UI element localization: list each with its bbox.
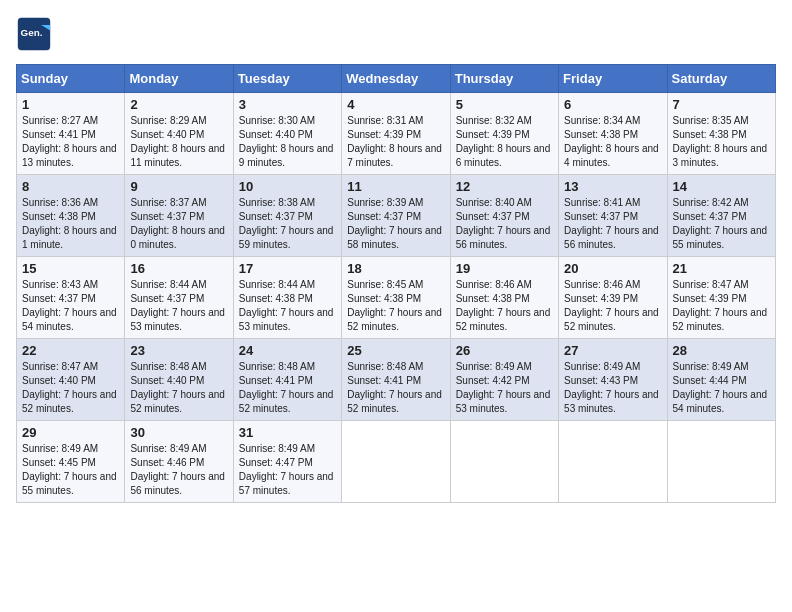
cell-info: Sunrise: 8:30 AMSunset: 4:40 PMDaylight:…	[239, 115, 334, 168]
cell-info: Sunrise: 8:37 AMSunset: 4:37 PMDaylight:…	[130, 197, 225, 250]
cell-info: Sunrise: 8:40 AMSunset: 4:37 PMDaylight:…	[456, 197, 551, 250]
cell-info: Sunrise: 8:44 AMSunset: 4:38 PMDaylight:…	[239, 279, 334, 332]
cell-info: Sunrise: 8:47 AMSunset: 4:40 PMDaylight:…	[22, 361, 117, 414]
calendar-cell: 18 Sunrise: 8:45 AMSunset: 4:38 PMDaylig…	[342, 257, 450, 339]
calendar-cell: 6 Sunrise: 8:34 AMSunset: 4:38 PMDayligh…	[559, 93, 667, 175]
calendar-cell: 26 Sunrise: 8:49 AMSunset: 4:42 PMDaylig…	[450, 339, 558, 421]
cell-info: Sunrise: 8:32 AMSunset: 4:39 PMDaylight:…	[456, 115, 551, 168]
cell-info: Sunrise: 8:49 AMSunset: 4:45 PMDaylight:…	[22, 443, 117, 496]
calendar-week-row: 29 Sunrise: 8:49 AMSunset: 4:45 PMDaylig…	[17, 421, 776, 503]
calendar-cell: 29 Sunrise: 8:49 AMSunset: 4:45 PMDaylig…	[17, 421, 125, 503]
svg-text:Gen.: Gen.	[21, 27, 43, 38]
cell-info: Sunrise: 8:48 AMSunset: 4:41 PMDaylight:…	[239, 361, 334, 414]
calendar-cell: 21 Sunrise: 8:47 AMSunset: 4:39 PMDaylig…	[667, 257, 775, 339]
day-number: 16	[130, 261, 227, 276]
calendar-cell: 13 Sunrise: 8:41 AMSunset: 4:37 PMDaylig…	[559, 175, 667, 257]
day-number: 9	[130, 179, 227, 194]
page-header: Gen.	[16, 16, 776, 52]
day-number: 26	[456, 343, 553, 358]
calendar-cell: 8 Sunrise: 8:36 AMSunset: 4:38 PMDayligh…	[17, 175, 125, 257]
day-number: 21	[673, 261, 770, 276]
calendar-cell: 20 Sunrise: 8:46 AMSunset: 4:39 PMDaylig…	[559, 257, 667, 339]
day-number: 20	[564, 261, 661, 276]
calendar-cell: 7 Sunrise: 8:35 AMSunset: 4:38 PMDayligh…	[667, 93, 775, 175]
cell-info: Sunrise: 8:38 AMSunset: 4:37 PMDaylight:…	[239, 197, 334, 250]
day-number: 2	[130, 97, 227, 112]
day-of-week-header: Friday	[559, 65, 667, 93]
calendar-cell	[450, 421, 558, 503]
day-number: 10	[239, 179, 336, 194]
cell-info: Sunrise: 8:46 AMSunset: 4:39 PMDaylight:…	[564, 279, 659, 332]
calendar-cell: 27 Sunrise: 8:49 AMSunset: 4:43 PMDaylig…	[559, 339, 667, 421]
cell-info: Sunrise: 8:49 AMSunset: 4:42 PMDaylight:…	[456, 361, 551, 414]
calendar-cell: 24 Sunrise: 8:48 AMSunset: 4:41 PMDaylig…	[233, 339, 341, 421]
day-number: 12	[456, 179, 553, 194]
day-of-week-header: Saturday	[667, 65, 775, 93]
calendar-cell: 17 Sunrise: 8:44 AMSunset: 4:38 PMDaylig…	[233, 257, 341, 339]
cell-info: Sunrise: 8:31 AMSunset: 4:39 PMDaylight:…	[347, 115, 442, 168]
day-number: 22	[22, 343, 119, 358]
day-number: 29	[22, 425, 119, 440]
cell-info: Sunrise: 8:42 AMSunset: 4:37 PMDaylight:…	[673, 197, 768, 250]
cell-info: Sunrise: 8:44 AMSunset: 4:37 PMDaylight:…	[130, 279, 225, 332]
calendar-cell	[342, 421, 450, 503]
calendar-cell: 16 Sunrise: 8:44 AMSunset: 4:37 PMDaylig…	[125, 257, 233, 339]
day-number: 7	[673, 97, 770, 112]
calendar-cell: 30 Sunrise: 8:49 AMSunset: 4:46 PMDaylig…	[125, 421, 233, 503]
calendar-cell: 28 Sunrise: 8:49 AMSunset: 4:44 PMDaylig…	[667, 339, 775, 421]
day-number: 18	[347, 261, 444, 276]
cell-info: Sunrise: 8:47 AMSunset: 4:39 PMDaylight:…	[673, 279, 768, 332]
cell-info: Sunrise: 8:49 AMSunset: 4:46 PMDaylight:…	[130, 443, 225, 496]
day-number: 11	[347, 179, 444, 194]
day-number: 17	[239, 261, 336, 276]
calendar-week-row: 22 Sunrise: 8:47 AMSunset: 4:40 PMDaylig…	[17, 339, 776, 421]
day-number: 30	[130, 425, 227, 440]
cell-info: Sunrise: 8:35 AMSunset: 4:38 PMDaylight:…	[673, 115, 768, 168]
calendar-cell: 25 Sunrise: 8:48 AMSunset: 4:41 PMDaylig…	[342, 339, 450, 421]
calendar-week-row: 8 Sunrise: 8:36 AMSunset: 4:38 PMDayligh…	[17, 175, 776, 257]
cell-info: Sunrise: 8:49 AMSunset: 4:43 PMDaylight:…	[564, 361, 659, 414]
cell-info: Sunrise: 8:43 AMSunset: 4:37 PMDaylight:…	[22, 279, 117, 332]
cell-info: Sunrise: 8:49 AMSunset: 4:47 PMDaylight:…	[239, 443, 334, 496]
cell-info: Sunrise: 8:46 AMSunset: 4:38 PMDaylight:…	[456, 279, 551, 332]
cell-info: Sunrise: 8:27 AMSunset: 4:41 PMDaylight:…	[22, 115, 117, 168]
calendar-cell: 1 Sunrise: 8:27 AMSunset: 4:41 PMDayligh…	[17, 93, 125, 175]
day-number: 3	[239, 97, 336, 112]
day-number: 28	[673, 343, 770, 358]
day-number: 6	[564, 97, 661, 112]
calendar-cell: 9 Sunrise: 8:37 AMSunset: 4:37 PMDayligh…	[125, 175, 233, 257]
calendar-cell: 15 Sunrise: 8:43 AMSunset: 4:37 PMDaylig…	[17, 257, 125, 339]
calendar-cell: 23 Sunrise: 8:48 AMSunset: 4:40 PMDaylig…	[125, 339, 233, 421]
calendar-cell: 31 Sunrise: 8:49 AMSunset: 4:47 PMDaylig…	[233, 421, 341, 503]
cell-info: Sunrise: 8:48 AMSunset: 4:40 PMDaylight:…	[130, 361, 225, 414]
day-of-week-header: Thursday	[450, 65, 558, 93]
day-of-week-header: Tuesday	[233, 65, 341, 93]
cell-info: Sunrise: 8:36 AMSunset: 4:38 PMDaylight:…	[22, 197, 117, 250]
day-number: 24	[239, 343, 336, 358]
calendar-cell: 11 Sunrise: 8:39 AMSunset: 4:37 PMDaylig…	[342, 175, 450, 257]
calendar-cell: 4 Sunrise: 8:31 AMSunset: 4:39 PMDayligh…	[342, 93, 450, 175]
day-number: 1	[22, 97, 119, 112]
calendar-header: SundayMondayTuesdayWednesdayThursdayFrid…	[17, 65, 776, 93]
calendar-cell: 3 Sunrise: 8:30 AMSunset: 4:40 PMDayligh…	[233, 93, 341, 175]
day-number: 15	[22, 261, 119, 276]
cell-info: Sunrise: 8:39 AMSunset: 4:37 PMDaylight:…	[347, 197, 442, 250]
day-number: 19	[456, 261, 553, 276]
calendar-cell: 14 Sunrise: 8:42 AMSunset: 4:37 PMDaylig…	[667, 175, 775, 257]
calendar-cell: 12 Sunrise: 8:40 AMSunset: 4:37 PMDaylig…	[450, 175, 558, 257]
calendar-cell	[667, 421, 775, 503]
day-number: 27	[564, 343, 661, 358]
calendar-cell: 19 Sunrise: 8:46 AMSunset: 4:38 PMDaylig…	[450, 257, 558, 339]
cell-info: Sunrise: 8:29 AMSunset: 4:40 PMDaylight:…	[130, 115, 225, 168]
day-number: 31	[239, 425, 336, 440]
cell-info: Sunrise: 8:41 AMSunset: 4:37 PMDaylight:…	[564, 197, 659, 250]
day-number: 25	[347, 343, 444, 358]
day-number: 23	[130, 343, 227, 358]
calendar-cell: 10 Sunrise: 8:38 AMSunset: 4:37 PMDaylig…	[233, 175, 341, 257]
logo: Gen.	[16, 16, 56, 52]
day-of-week-header: Monday	[125, 65, 233, 93]
cell-info: Sunrise: 8:48 AMSunset: 4:41 PMDaylight:…	[347, 361, 442, 414]
calendar-cell: 2 Sunrise: 8:29 AMSunset: 4:40 PMDayligh…	[125, 93, 233, 175]
logo-icon: Gen.	[16, 16, 52, 52]
day-number: 4	[347, 97, 444, 112]
